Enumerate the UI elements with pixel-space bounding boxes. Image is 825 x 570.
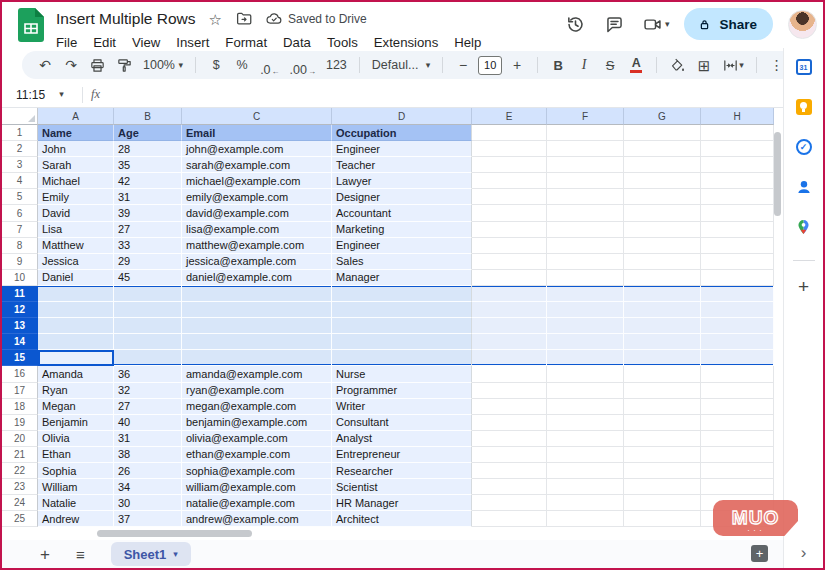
cell-G6[interactable] [624, 205, 701, 221]
column-header-B[interactable]: B [114, 108, 182, 125]
row-header-3[interactable]: 3 [2, 157, 38, 173]
cell-B18[interactable]: 27 [114, 399, 182, 415]
cell-F7[interactable] [547, 222, 624, 238]
row-header-15[interactable]: 15 [2, 350, 38, 366]
cell-D6[interactable]: Accountant [332, 205, 472, 221]
column-header-D[interactable]: D [332, 108, 472, 125]
increase-decimal-button[interactable]: .00→ [287, 53, 319, 77]
cell-F8[interactable] [547, 238, 624, 254]
cell-F21[interactable] [547, 447, 624, 463]
cell-H15[interactable] [701, 350, 774, 366]
cell-A21[interactable]: Ethan [38, 447, 114, 463]
cell-G17[interactable] [624, 383, 701, 399]
cell-D25[interactable]: Architect [332, 511, 472, 527]
cell-A5[interactable]: Emily [38, 189, 114, 205]
cell-D21[interactable]: Entrepreneur [332, 447, 472, 463]
row-header-24[interactable]: 24 [2, 495, 38, 511]
cell-B25[interactable]: 37 [114, 511, 182, 527]
format-percent-button[interactable]: % [231, 53, 253, 77]
cell-H5[interactable] [701, 189, 774, 205]
cell-A13[interactable] [38, 318, 114, 334]
cell-C1[interactable]: Email [182, 125, 332, 141]
cell-E20[interactable] [472, 431, 547, 447]
tasks-icon[interactable]: ✓ [795, 138, 813, 156]
cell-B23[interactable]: 34 [114, 479, 182, 495]
font-size-input[interactable]: 10 [478, 56, 502, 75]
cell-B7[interactable]: 27 [114, 222, 182, 238]
cell-B20[interactable]: 31 [114, 431, 182, 447]
cell-F15[interactable] [547, 350, 624, 366]
italic-button[interactable]: I [573, 53, 595, 77]
cell-B19[interactable]: 40 [114, 415, 182, 431]
cell-D15[interactable] [332, 350, 472, 366]
cell-F18[interactable] [547, 399, 624, 415]
cell-B13[interactable] [114, 318, 182, 334]
sheets-logo-icon[interactable] [18, 8, 44, 42]
cell-C16[interactable]: amanda@example.com [182, 366, 332, 382]
cell-B17[interactable]: 32 [114, 383, 182, 399]
hide-side-panel-chevron[interactable]: › [801, 544, 807, 561]
redo-button[interactable]: ↷ [60, 53, 82, 77]
cell-F19[interactable] [547, 415, 624, 431]
document-title[interactable]: Insert Multiple Rows [56, 10, 196, 28]
cell-C21[interactable]: ethan@example.com [182, 447, 332, 463]
cell-G3[interactable] [624, 157, 701, 173]
name-box[interactable]: 11:15 ▾ [2, 88, 74, 102]
cell-F3[interactable] [547, 157, 624, 173]
cell-G19[interactable] [624, 415, 701, 431]
cell-A11[interactable] [38, 286, 114, 302]
cell-A7[interactable]: Lisa [38, 222, 114, 238]
cell-C13[interactable] [182, 318, 332, 334]
cell-B2[interactable]: 28 [114, 141, 182, 157]
column-header-E[interactable]: E [472, 108, 547, 125]
cell-C19[interactable]: benjamin@example.com [182, 415, 332, 431]
cell-E4[interactable] [472, 173, 547, 189]
cell-D16[interactable]: Nurse [332, 366, 472, 382]
borders-button[interactable]: ⊞ [693, 53, 715, 77]
cell-B24[interactable]: 30 [114, 495, 182, 511]
fill-color-button[interactable] [666, 53, 689, 77]
more-formats-button[interactable]: 123 [323, 53, 350, 77]
cell-D19[interactable]: Consultant [332, 415, 472, 431]
row-header-1[interactable]: 1 [2, 125, 38, 141]
cell-C11[interactable] [182, 286, 332, 302]
cell-B15[interactable] [114, 350, 182, 366]
cell-A9[interactable]: Jessica [38, 254, 114, 270]
cell-E12[interactable] [472, 302, 547, 318]
strikethrough-button[interactable]: S [599, 53, 621, 77]
add-sheet-button[interactable]: + [40, 546, 50, 563]
cell-C14[interactable] [182, 334, 332, 350]
text-color-button[interactable]: A [625, 53, 647, 77]
column-header-C[interactable]: C [182, 108, 332, 125]
cell-G9[interactable] [624, 254, 701, 270]
cell-E11[interactable] [472, 286, 547, 302]
cell-F25[interactable] [547, 511, 624, 527]
cell-G10[interactable] [624, 270, 701, 286]
cell-A2[interactable]: John [38, 141, 114, 157]
row-header-7[interactable]: 7 [2, 222, 38, 238]
column-header-F[interactable]: F [547, 108, 624, 125]
row-header-22[interactable]: 22 [2, 463, 38, 479]
font-select[interactable]: Defaul... ▾ [369, 53, 433, 77]
row-header-6[interactable]: 6 [2, 205, 38, 221]
cell-C20[interactable]: olivia@example.com [182, 431, 332, 447]
cell-B3[interactable]: 35 [114, 157, 182, 173]
maps-icon[interactable] [795, 218, 813, 236]
comments-icon[interactable] [603, 12, 627, 36]
cell-D11[interactable] [332, 286, 472, 302]
cell-F14[interactable] [547, 334, 624, 350]
cell-D10[interactable]: Manager [332, 270, 472, 286]
cell-H19[interactable] [701, 415, 774, 431]
cell-H22[interactable] [701, 463, 774, 479]
cell-D2[interactable]: Engineer [332, 141, 472, 157]
cell-D12[interactable] [332, 302, 472, 318]
cell-E2[interactable] [472, 141, 547, 157]
cell-A20[interactable]: Olivia [38, 431, 114, 447]
cell-D14[interactable] [332, 334, 472, 350]
plus-overlay-button[interactable]: + [751, 545, 768, 562]
get-addons-button[interactable]: + [798, 277, 809, 296]
cell-E22[interactable] [472, 463, 547, 479]
row-header-5[interactable]: 5 [2, 189, 38, 205]
cell-B10[interactable]: 45 [114, 270, 182, 286]
cell-B5[interactable]: 31 [114, 189, 182, 205]
